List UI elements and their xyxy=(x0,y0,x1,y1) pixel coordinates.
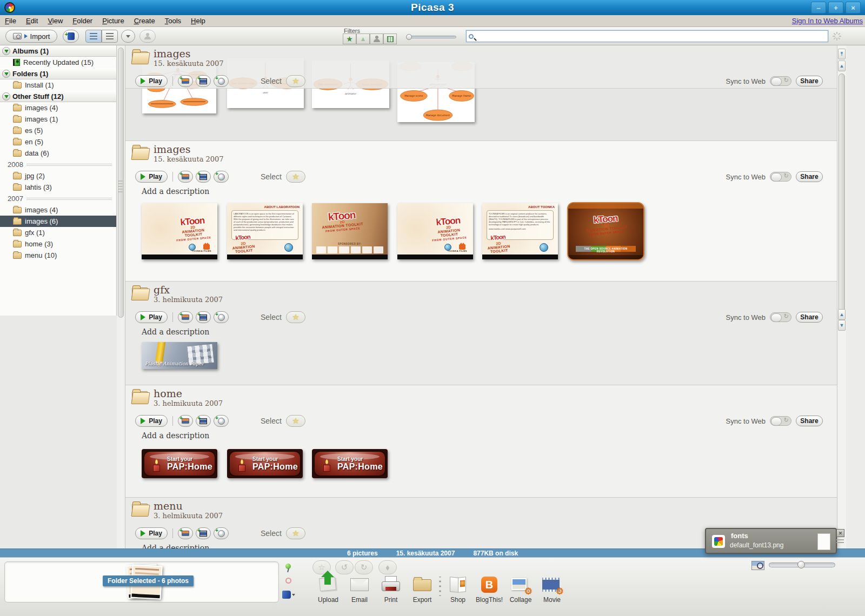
add-description-field[interactable]: Add a description xyxy=(142,327,209,336)
sidebar-item-home-3-[interactable]: home (3) xyxy=(0,238,116,250)
play-button[interactable]: Play xyxy=(135,75,168,87)
rotate-right-button[interactable]: ↻ xyxy=(355,560,373,574)
scroll-up-button-2[interactable]: ▲ xyxy=(838,309,846,320)
thumbnail-ktoon-about[interactable]: ABOUT TOONKATOONKA FILMS is an original … xyxy=(482,203,558,259)
scroll-top-button[interactable]: ⤒ xyxy=(838,49,846,59)
thumbnail-ktoon-splash[interactable]: kToon2DANIMATION TOOLKITFROM OUTER SPACE… xyxy=(397,203,473,259)
create-movie-button[interactable]: + xyxy=(196,171,211,183)
collapse-triangle-icon[interactable] xyxy=(2,70,10,78)
select-star-button[interactable]: ★ xyxy=(286,311,305,323)
thumbnail-pap-pencil[interactable]: Plastic Animation Paper xyxy=(142,342,217,369)
sidebar-item-data-6-[interactable]: data (6) xyxy=(0,148,116,159)
share-button[interactable]: Share xyxy=(796,76,823,86)
create-movie-button[interactable]: + xyxy=(196,527,211,539)
sidebar-item-images-1-[interactable]: images (1) xyxy=(0,113,116,125)
search-input[interactable] xyxy=(474,31,828,41)
sidebar-item-images-4-[interactable]: images (4) xyxy=(0,204,116,216)
slider-knob[interactable] xyxy=(406,34,412,40)
sidebar-year-2008[interactable]: 2008 xyxy=(0,159,116,170)
add-description-field[interactable]: Add a description xyxy=(142,187,209,196)
filter-date-slider[interactable] xyxy=(407,36,456,38)
tree-view-button[interactable] xyxy=(102,30,118,43)
sidebar-item-gfx-1-[interactable]: gfx (1) xyxy=(0,227,116,238)
group-name[interactable]: menu xyxy=(154,500,223,512)
album-dropdown-arrow[interactable] xyxy=(292,594,295,596)
scroll-up-button[interactable]: ▲ xyxy=(838,61,846,71)
action-email[interactable]: Email xyxy=(344,575,375,604)
action-print[interactable]: Print xyxy=(375,575,407,604)
thumbnail-ktoon-dark[interactable]: kToon2DANIMATION TOOLKITFROM OUTER SPACE… xyxy=(567,202,644,260)
menu-create[interactable]: Create xyxy=(129,16,160,26)
collapse-triangle-icon[interactable] xyxy=(2,92,10,101)
burn-disc-button[interactable]: + xyxy=(214,75,229,87)
filter-starred-button[interactable]: ★ xyxy=(343,34,356,44)
people-button[interactable] xyxy=(139,30,156,43)
sync-toggle[interactable] xyxy=(770,416,791,426)
add-to-album-icon[interactable] xyxy=(282,591,291,599)
sidebar-item-es-5-[interactable]: es (5) xyxy=(0,125,116,136)
share-button[interactable]: Share xyxy=(796,312,823,323)
flat-view-button[interactable] xyxy=(85,30,102,43)
sidebar-item-en-5-[interactable]: en (5) xyxy=(0,136,116,148)
add-photos-button[interactable]: + xyxy=(178,527,193,539)
upload-notification[interactable]: fonts default_font13.png xyxy=(705,528,837,554)
sidebar-section-other[interactable]: Other Stuff (12) xyxy=(0,91,116,102)
menu-folder[interactable]: Folder xyxy=(68,16,97,26)
sync-toggle[interactable] xyxy=(770,312,791,322)
menu-edit[interactable]: Edit xyxy=(21,16,43,26)
play-button[interactable]: Play xyxy=(135,311,168,323)
sidebar-item-jpg-2-[interactable]: jpg (2) xyxy=(0,170,116,182)
group-name[interactable]: images xyxy=(154,48,224,59)
play-button[interactable]: Play xyxy=(135,171,168,183)
add-photos-button[interactable]: + xyxy=(178,415,193,427)
group-name[interactable]: gfx xyxy=(154,284,223,296)
action-shop[interactable]: Shop xyxy=(442,575,474,604)
menu-file[interactable]: File xyxy=(0,16,21,26)
sidebar-item-menu-10-[interactable]: menu (10) xyxy=(0,250,116,261)
filter-movies-button[interactable] xyxy=(383,34,397,44)
play-button[interactable]: Play xyxy=(135,415,168,427)
menu-picture[interactable]: Picture xyxy=(97,16,129,26)
action-export[interactable]: Export xyxy=(407,575,438,604)
select-star-button[interactable]: ★ xyxy=(286,415,305,427)
create-movie-button[interactable]: + xyxy=(196,75,211,87)
select-star-button[interactable]: ★ xyxy=(286,75,305,87)
sidebar-item-images-6-[interactable]: images (6) xyxy=(0,216,116,227)
scroll-down-button[interactable]: ▼ xyxy=(838,320,846,331)
action-upload[interactable]: Upload xyxy=(312,575,344,604)
view-options-dropdown[interactable] xyxy=(121,30,135,43)
burn-disc-button[interactable]: + xyxy=(214,527,229,539)
sidebar-item-images-4-[interactable]: images (4) xyxy=(0,102,116,113)
import-button[interactable]: Import xyxy=(5,30,57,43)
thumbnail-pap-home[interactable]: Start yourPAP:Home xyxy=(142,449,217,478)
content-scrollbar[interactable]: ⤒ ▲ ▲ ▼ xyxy=(837,45,846,548)
sidebar-section-albums[interactable]: Albums (1) xyxy=(0,45,116,57)
sync-toggle[interactable] xyxy=(770,172,791,182)
sidebar-item-recently-updated-15-[interactable]: Recently Updated (15) xyxy=(0,57,116,68)
add-photos-button[interactable]: + xyxy=(178,75,193,87)
add-description-field[interactable]: Add a description xyxy=(142,544,209,548)
create-movie-button[interactable]: + xyxy=(196,415,211,427)
burn-disc-button[interactable]: + xyxy=(214,171,229,183)
action-collage[interactable]: ⚙Collage xyxy=(505,575,536,604)
thumbnail-ktoon-photo[interactable]: kToon2DANIMATION TOOLKITFROM OUTER SPACE… xyxy=(312,203,388,259)
content-scrollbar-thumb[interactable] xyxy=(839,73,845,326)
group-name[interactable]: images xyxy=(154,144,224,155)
group-name[interactable]: home xyxy=(154,388,223,399)
tag-button[interactable]: ⬧ xyxy=(378,560,397,574)
sync-toggle[interactable] xyxy=(770,76,791,86)
collapse-triangle-icon[interactable] xyxy=(2,47,10,55)
thumbnail-zoom-slider[interactable] xyxy=(769,563,835,567)
create-movie-button[interactable]: + xyxy=(196,311,211,323)
maximize-button[interactable]: + xyxy=(828,2,843,14)
sidebar-item-lahtis-3-[interactable]: lahtis (3) xyxy=(0,182,116,193)
hold-pin-icon[interactable] xyxy=(285,564,291,569)
clear-tray-icon[interactable] xyxy=(285,578,291,584)
burn-disc-button[interactable]: + xyxy=(214,311,229,323)
play-button[interactable]: Play xyxy=(135,527,168,539)
thumbnail-ktoon-about[interactable]: ABOUT LABORATOONLABORATOON is an open sp… xyxy=(227,203,303,259)
zoom-slider-knob[interactable] xyxy=(797,561,805,568)
thumbnail-ktoon-splash[interactable]: kToon2DANIMATION TOOLKITFROM OUTER SPACE… xyxy=(142,203,217,259)
close-button[interactable]: × xyxy=(846,2,861,14)
menu-view[interactable]: View xyxy=(43,16,68,26)
